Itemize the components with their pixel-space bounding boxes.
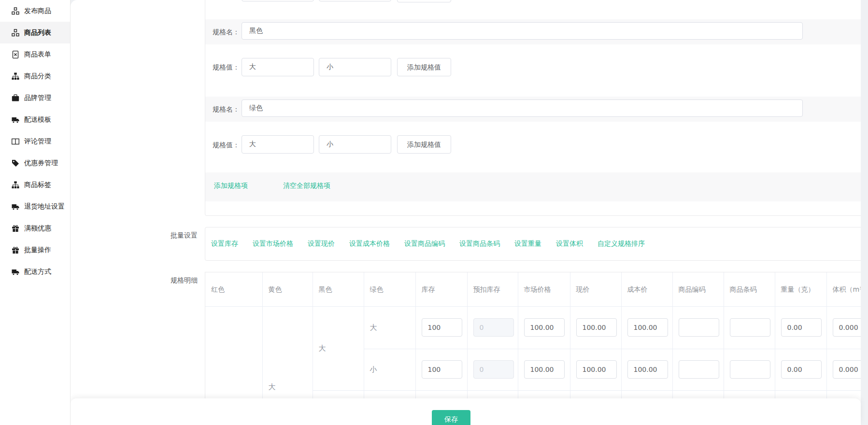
- batch-set-code-link[interactable]: 设置商品编码: [404, 240, 445, 248]
- sidebar-item-full-amount-discount[interactable]: 满额优惠: [0, 217, 70, 239]
- col-red: 红色: [205, 272, 262, 306]
- spec-value-input[interactable]: [242, 135, 314, 154]
- spec-name-label: 规格名：: [213, 104, 240, 114]
- batch-set-barcode-link[interactable]: 设置商品条码: [459, 240, 500, 248]
- batch-set-cost-price-link[interactable]: 设置成本价格: [349, 240, 390, 248]
- spec-name-input[interactable]: [242, 22, 803, 40]
- add-spec-value-button[interactable]: 添加规格值: [397, 135, 451, 154]
- clear-all-spec-link[interactable]: 清空全部规格项: [283, 182, 330, 190]
- spec-name-input[interactable]: [242, 99, 803, 117]
- market-price-input[interactable]: [524, 360, 565, 379]
- price-input[interactable]: [576, 318, 617, 337]
- batch-set-volume-link[interactable]: 设置体积: [556, 240, 583, 248]
- col-market-price: 市场价格: [518, 272, 570, 306]
- cost-price-input[interactable]: [627, 318, 668, 337]
- sidebar-item-label: 商品分类: [24, 72, 51, 81]
- truck-icon: [12, 203, 19, 211]
- save-bar: 保存: [71, 398, 861, 425]
- weight-input[interactable]: [781, 318, 822, 337]
- col-price: 现价: [570, 272, 621, 306]
- weight-input[interactable]: [781, 360, 822, 379]
- sidebar-item-label: 批量操作: [24, 246, 51, 255]
- scrollbar-track[interactable]: [861, 0, 868, 425]
- add-spec-value-button[interactable]: [397, 0, 451, 2]
- cost-price-input[interactable]: [627, 360, 668, 379]
- file-excel-icon: [12, 51, 19, 58]
- sidebar-item-label: 商品标签: [24, 181, 51, 189]
- col-weight: 重量（克）: [775, 272, 826, 306]
- col-code: 商品编码: [672, 272, 724, 306]
- batch-set-stock-link[interactable]: 设置库存: [211, 240, 238, 248]
- spec-value-input[interactable]: [319, 58, 391, 76]
- col-black: 黑色: [313, 272, 364, 306]
- gift-icon: [12, 225, 19, 232]
- sidebar-item-label: 商品表单: [24, 50, 51, 59]
- barcode-input[interactable]: [730, 360, 770, 379]
- stock-input[interactable]: [422, 360, 462, 379]
- barcode-input[interactable]: [730, 318, 770, 337]
- sidebar-item-batch-operations[interactable]: 批量操作: [0, 239, 70, 261]
- sidebar-item-label: 配送模板: [24, 115, 51, 124]
- spec-value-input[interactable]: [242, 0, 314, 1]
- sidebar-item-label: 配送方式: [24, 268, 51, 276]
- custom-spec-sort-link[interactable]: 自定义规格排序: [598, 240, 645, 248]
- batch-settings-row: 设置库存 设置市场价格 设置现价 设置成本价格 设置商品编码 设置商品条码 设置…: [205, 227, 868, 261]
- hold-stock-input: [473, 360, 514, 379]
- green-spec-cell: 小: [364, 349, 415, 390]
- col-stock: 库存: [415, 272, 467, 306]
- batch-set-price-link[interactable]: 设置现价: [308, 240, 335, 248]
- sidebar-item-return-address-settings[interactable]: 退货地址设置: [0, 196, 70, 217]
- columns-icon: [12, 138, 19, 145]
- sidebar-item-product-form[interactable]: 商品表单: [0, 43, 70, 65]
- spec-value-input[interactable]: [242, 58, 314, 76]
- green-spec-cell: 大: [364, 306, 415, 349]
- batch-set-weight-link[interactable]: 设置重量: [514, 240, 541, 248]
- col-yellow: 黄色: [262, 272, 313, 306]
- tag-icon: [12, 159, 19, 167]
- spec-value-label: 规格值：: [213, 62, 240, 72]
- spec-name-label: 规格名：: [213, 27, 240, 37]
- sku-row: 大 大 大: [205, 306, 868, 349]
- sitemap-icon: [12, 72, 19, 80]
- spec-value-input[interactable]: [319, 0, 391, 1]
- code-input[interactable]: [679, 360, 719, 379]
- sidebar-item-product-tags[interactable]: 商品标签: [0, 174, 70, 196]
- sidebar-item-shipping-template[interactable]: 配送模板: [0, 109, 70, 130]
- col-hold-stock: 预扣库存: [467, 272, 518, 306]
- gift-icon: [12, 246, 19, 254]
- sidebar-item-label: 退货地址设置: [24, 202, 65, 211]
- black-spec-cell: 大: [313, 306, 364, 390]
- spec-detail-label: 规格明细: [171, 276, 198, 285]
- sidebar-item-product-category[interactable]: 商品分类: [0, 65, 70, 87]
- sidebar-item-shipping-method[interactable]: 配送方式: [0, 261, 70, 283]
- sidebar-item-label: 品牌管理: [24, 94, 51, 102]
- sidebar-item-label: 商品列表: [24, 28, 51, 37]
- save-button[interactable]: 保存: [432, 410, 470, 425]
- stock-input[interactable]: [422, 318, 462, 337]
- briefcase-icon: [12, 94, 19, 102]
- col-barcode: 商品条码: [724, 272, 775, 306]
- price-input[interactable]: [576, 360, 617, 379]
- sidebar-item-label: 满额优惠: [24, 224, 51, 233]
- sidebar-item-review-management[interactable]: 评论管理: [0, 130, 70, 152]
- sidebar-item-label: 评论管理: [24, 137, 51, 146]
- sidebar-item-product-list[interactable]: 商品列表: [0, 22, 70, 43]
- code-input[interactable]: [679, 318, 719, 337]
- add-spec-item-link[interactable]: 添加规格项: [214, 182, 248, 190]
- sidebar-item-brand-management[interactable]: 品牌管理: [0, 87, 70, 109]
- batch-set-market-price-link[interactable]: 设置市场价格: [253, 240, 293, 248]
- hold-stock-input: [473, 318, 514, 337]
- truck-icon: [12, 268, 19, 276]
- spec-value-input[interactable]: [319, 135, 391, 154]
- sidebar-item-publish-product[interactable]: 发布商品: [0, 0, 70, 22]
- spec-value-label: 规格值：: [213, 140, 240, 150]
- cubes-icon: [12, 7, 19, 15]
- market-price-input[interactable]: [524, 318, 565, 337]
- product-spec-page: 规格名： 规格值： 添加规格值 规格名： ✕ 规格值： 添加规格值 添加规格项 …: [0, 0, 868, 425]
- sidebar-item-label: 发布商品: [24, 7, 51, 15]
- add-spec-value-button[interactable]: 添加规格值: [397, 58, 451, 76]
- col-cost-price: 成本价: [621, 272, 672, 306]
- sidebar-item-coupon-management[interactable]: 优惠券管理: [0, 152, 70, 174]
- col-green: 绿色: [364, 272, 415, 306]
- main-content: 规格名： 规格值： 添加规格值 规格名： ✕ 规格值： 添加规格值 添加规格项 …: [71, 0, 861, 425]
